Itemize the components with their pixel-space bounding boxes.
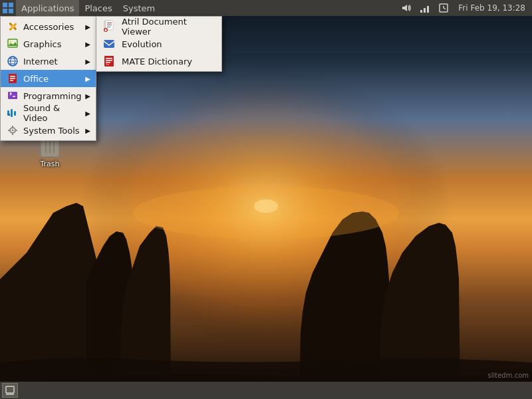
svg-rect-10 xyxy=(427,6,429,13)
submenu-item-evolution[interactable]: Evolution xyxy=(96,35,221,53)
svg-rect-25 xyxy=(10,76,15,77)
office-submenu: Atril Document Viewer Evolution Aa MATE … xyxy=(96,16,222,72)
sound-video-arrow: ▶ xyxy=(85,110,90,117)
svg-rect-42 xyxy=(107,23,112,23)
evolution-icon xyxy=(102,37,116,51)
system-tools-label: System Tools xyxy=(23,126,85,136)
submenu-item-mate-dict[interactable]: Aa MATE Dictionary xyxy=(96,53,221,70)
show-desktop-button[interactable] xyxy=(2,383,18,398)
watermark: slitedm.com xyxy=(488,372,529,379)
svg-line-13 xyxy=(444,8,446,9)
svg-rect-27 xyxy=(10,80,13,81)
programming-arrow: ▶ xyxy=(85,92,90,100)
system-tools-arrow: ▶ xyxy=(85,127,90,134)
atril-label: Atril Document Viewer xyxy=(122,17,216,37)
internet-arrow: ▶ xyxy=(85,58,90,65)
system-menu-button[interactable]: System xyxy=(118,0,160,16)
office-label: Office xyxy=(23,74,85,84)
graphics-label: Graphics xyxy=(23,39,85,49)
svg-point-18 xyxy=(10,41,12,43)
svg-rect-50 xyxy=(106,58,112,59)
system-tools-icon xyxy=(6,124,19,137)
svg-rect-9 xyxy=(424,8,426,13)
svg-rect-5 xyxy=(9,3,13,7)
programming-label: Programming xyxy=(23,91,85,101)
menu-item-office[interactable]: Office ▶ xyxy=(1,70,96,87)
clock: Fri Feb 19, 13:28 xyxy=(454,3,529,13)
svg-rect-51 xyxy=(106,60,112,61)
svg-rect-43 xyxy=(107,25,112,25)
places-menu-button[interactable]: Places xyxy=(79,0,117,16)
applications-menu: Accessories ▶ Graphics ▶ Internet ▶ xyxy=(0,16,96,141)
sound-video-icon xyxy=(6,106,19,120)
svg-rect-47 xyxy=(105,30,107,31)
svg-point-2 xyxy=(254,200,278,213)
datetime-display xyxy=(436,0,452,16)
svg-rect-60 xyxy=(6,386,14,393)
submenu-item-atril[interactable]: Atril Document Viewer xyxy=(96,18,221,35)
office-arrow: ▶ xyxy=(85,75,90,82)
svg-rect-7 xyxy=(9,9,13,13)
mate-dict-label: MATE Dictionary xyxy=(122,57,192,66)
svg-rect-44 xyxy=(107,27,110,27)
svg-rect-33 xyxy=(9,114,10,116)
accessories-icon xyxy=(6,20,19,33)
menu-item-programming[interactable]: Programming ▶ xyxy=(1,87,96,104)
accessories-arrow: ▶ xyxy=(85,23,90,31)
atril-icon xyxy=(102,19,116,34)
network-icon xyxy=(417,0,433,16)
internet-icon xyxy=(6,55,19,68)
svg-rect-4 xyxy=(3,3,7,7)
svg-point-16 xyxy=(11,25,15,29)
svg-rect-26 xyxy=(10,78,15,79)
top-panel: Applications Places System Fr xyxy=(0,0,532,16)
graphics-arrow: ▶ xyxy=(85,41,90,48)
volume-icon[interactable] xyxy=(398,0,414,16)
internet-label: Internet xyxy=(23,57,85,66)
menu-item-accessories[interactable]: Accessories ▶ xyxy=(1,18,96,35)
svg-text:Aa: Aa xyxy=(106,63,109,66)
svg-rect-8 xyxy=(420,10,422,13)
bottom-panel xyxy=(0,382,532,399)
svg-rect-6 xyxy=(3,9,7,13)
menu-item-sound-video[interactable]: Sound & Video ▶ xyxy=(1,104,96,122)
menu-item-system-tools[interactable]: System Tools ▶ xyxy=(1,122,96,139)
sound-video-label: Sound & Video xyxy=(23,103,85,123)
office-icon xyxy=(6,72,19,85)
svg-point-3 xyxy=(133,186,399,239)
panel-app-icon xyxy=(0,0,16,16)
svg-rect-48 xyxy=(104,40,114,48)
menu-item-graphics[interactable]: Graphics ▶ xyxy=(1,35,96,53)
programming-icon xyxy=(6,89,19,102)
mate-dict-icon: Aa xyxy=(102,54,116,68)
trash-label: Trash xyxy=(40,160,59,168)
svg-point-35 xyxy=(12,130,14,132)
menu-item-internet[interactable]: Internet ▶ xyxy=(1,53,96,70)
svg-rect-31 xyxy=(11,109,13,117)
evolution-label: Evolution xyxy=(122,39,162,49)
graphics-icon xyxy=(6,37,19,51)
accessories-label: Accessories xyxy=(23,22,85,32)
applications-menu-button[interactable]: Applications xyxy=(16,0,79,16)
svg-rect-32 xyxy=(14,111,16,116)
svg-rect-28 xyxy=(8,92,17,99)
